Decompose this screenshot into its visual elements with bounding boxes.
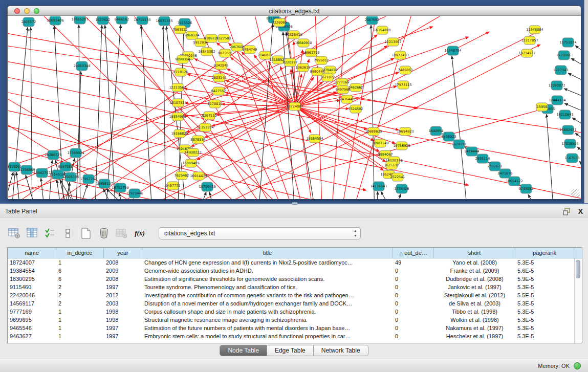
close-window-button[interactable] (14, 8, 20, 14)
table-row[interactable]: 1938455462009Genome-wide association stu… (8, 267, 574, 275)
tab-edge-table[interactable]: Edge Table (267, 345, 314, 356)
table-row[interactable]: 1830029562008Estimation of significance … (8, 275, 574, 283)
tab-network-table[interactable]: Network Table (314, 345, 368, 356)
function-builder-button[interactable]: f(x) (134, 227, 146, 239)
table-scrollbar[interactable] (574, 258, 582, 343)
network-node[interactable]: 6466162 (115, 16, 129, 24)
minimize-window-button[interactable] (24, 8, 30, 14)
close-panel-icon[interactable]: X (578, 207, 583, 216)
network-node[interactable]: 1733426 (395, 184, 409, 193)
zoom-window-button[interactable] (34, 8, 39, 14)
network-node[interactable]: 8427552 (211, 87, 226, 95)
window-resize-grip[interactable] (571, 189, 580, 198)
table-scrollbar-thumb[interactable] (576, 260, 580, 278)
network-node[interactable]: 8878334 (191, 136, 206, 144)
network-node[interactable]: 19166825 (171, 129, 188, 138)
network-node[interactable]: 1615132 (384, 161, 399, 169)
network-node[interactable]: 11548084 (526, 26, 543, 34)
network-node[interactable]: 7524502 (349, 105, 363, 113)
network-node[interactable]: 7485063 (398, 66, 413, 74)
table-row[interactable]: 2242004622012Investigating the contribut… (8, 291, 574, 299)
network-node[interactable]: 2226065 (272, 18, 287, 27)
deselect-all-columns-button[interactable] (62, 227, 74, 239)
network-node[interactable]: 17359924 (67, 148, 84, 158)
network-node[interactable]: 2935114 (475, 154, 490, 163)
network-node[interactable]: 7462662 (349, 83, 363, 92)
network-node[interactable]: 7955812 (314, 56, 329, 64)
network-node[interactable]: 16671355 (156, 16, 172, 26)
network-node[interactable]: 16099489 (182, 159, 199, 167)
delete-table-button[interactable] (116, 227, 128, 239)
table-row[interactable]: 1872400712008Changes of HCN gene express… (8, 258, 574, 267)
network-node[interactable]: 18107534 (169, 99, 186, 107)
network-node[interactable]: 9327503 (216, 34, 231, 42)
network-node[interactable]: 15692971 (559, 125, 576, 135)
network-node[interactable]: 12213967 (384, 38, 401, 46)
network-node[interactable]: 2436448 (340, 95, 355, 103)
network-node[interactable]: 19734937 (518, 49, 535, 57)
network-node[interactable]: 9474444 (465, 147, 480, 156)
network-node[interactable]: 6579197 (452, 140, 467, 149)
network-node[interactable]: 2405572 (21, 17, 36, 27)
network-node[interactable]: 7625402 (175, 171, 189, 180)
network-node[interactable]: 7563822 (173, 26, 188, 34)
network-node[interactable]: 1621072 (320, 73, 335, 81)
network-node[interactable]: 8454749 (243, 46, 257, 54)
column-header-out_de[interactable]: △out_de… (393, 248, 434, 258)
table-row[interactable]: 946554611997Estimation of the future num… (8, 324, 574, 332)
delete-column-button[interactable] (98, 227, 110, 239)
network-node[interactable]: 17016504 (561, 139, 578, 148)
float-panel-icon[interactable] (563, 208, 571, 215)
network-node[interactable]: 2803144 (212, 74, 227, 82)
network-node[interactable]: 12325419 (285, 31, 302, 39)
table-row[interactable]: 946362711997Embryonic stem cells: a mode… (8, 332, 574, 340)
network-node[interactable]: 17973115 (395, 81, 411, 89)
network-node[interactable]: 15751074 (559, 38, 576, 47)
memory-status-led[interactable] (574, 362, 581, 369)
network-node[interactable]: 1170014 (208, 100, 223, 108)
column-header-short[interactable]: short (434, 248, 515, 258)
network-node[interactable]: 8938923 (442, 132, 456, 141)
column-visibility-button[interactable] (26, 227, 38, 239)
network-node[interactable]: 9875685 (218, 49, 233, 57)
table-select-dropdown[interactable]: citations_edges.txt ▲▼ (159, 227, 361, 239)
network-node[interactable]: 20691406 (47, 16, 63, 25)
network-node[interactable]: 10958107 (96, 179, 113, 188)
network-node[interactable]: 9890354 (176, 55, 190, 63)
network-canvas[interactable]: 2405572206914061065528715276026466162107… (8, 16, 581, 199)
table-row[interactable]: 1456911722003Disruption of a novel membe… (8, 299, 574, 308)
network-node[interactable]: 9129966 (557, 51, 572, 60)
network-node[interactable]: 14136141 (370, 182, 387, 191)
create-column-button[interactable] (80, 227, 92, 239)
network-node[interactable]: 9227343 (554, 65, 569, 75)
network-node[interactable]: 9457771 (166, 182, 181, 190)
network-node[interactable]: 16543382 (198, 48, 215, 56)
network-node[interactable]: 12213563 (169, 83, 186, 92)
network-node[interactable]: 1167533 (565, 154, 580, 163)
network-node[interactable]: 19854905 (169, 113, 186, 121)
network-node[interactable]: 16640910 (295, 39, 312, 47)
network-node[interactable]: 10973493 (391, 51, 408, 59)
network-node[interactable]: 12444134 (549, 96, 565, 105)
network-node[interactable]: 16210643 (556, 110, 573, 119)
column-header-year[interactable]: year (104, 248, 142, 258)
network-node[interactable]: 19756928 (393, 142, 410, 150)
column-header-pagerank[interactable]: pagerank (515, 248, 574, 258)
network-node[interactable]: 16961758 (302, 49, 319, 57)
table-row[interactable]: 969969511998Structural magnetic resonanc… (8, 316, 574, 324)
network-node[interactable]: 12217057 (521, 36, 538, 45)
network-node[interactable]: 15958 (536, 103, 548, 111)
network-node[interactable]: 9245052 (519, 184, 534, 193)
select-all-columns-button[interactable] (44, 227, 56, 239)
network-node[interactable]: 8267110 (202, 112, 217, 120)
tab-node-table[interactable]: Node Table (220, 345, 267, 356)
network-node[interactable]: 2522541 (390, 173, 405, 181)
column-header-in_degree[interactable]: in_degree (56, 248, 104, 258)
table-row[interactable]: 911546021997Tourette syndrome. Phenomeno… (8, 283, 574, 291)
panel-splitter-handle[interactable] (292, 202, 298, 205)
network-node[interactable]: 6497568 (336, 85, 351, 94)
network-view-window[interactable]: citations_edges.txt 24055722069140610655… (7, 6, 581, 199)
network-node[interactable]: 2718126 (173, 68, 188, 76)
table-options-button[interactable] (8, 227, 20, 239)
window-titlebar[interactable]: citations_edges.txt (8, 6, 581, 16)
